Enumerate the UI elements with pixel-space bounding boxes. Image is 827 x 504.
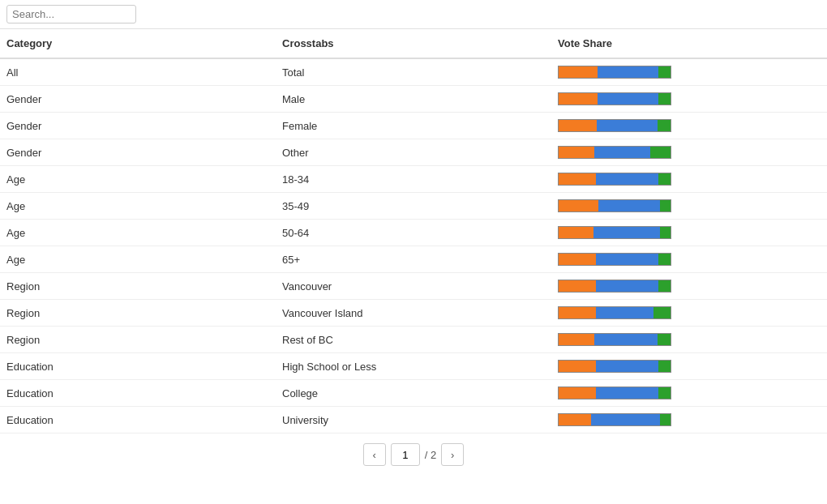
- bar-segment-blue: [594, 334, 658, 345]
- bar-segment-blue: [596, 387, 658, 399]
- bar-segment-orange: [559, 173, 596, 185]
- cell-crosstab: University: [276, 407, 551, 434]
- cell-crosstab: 65+: [276, 246, 551, 273]
- bar-segment-green: [658, 334, 671, 345]
- bar-segment-orange: [559, 414, 591, 425]
- next-button[interactable]: ›: [441, 443, 464, 466]
- table-row: EducationCollege: [0, 380, 827, 407]
- table-row: GenderOther: [0, 139, 827, 166]
- table-row: Age50-64: [0, 220, 827, 246]
- bar-segment-orange: [559, 120, 597, 131]
- table-row: RegionRest of BC: [0, 327, 827, 353]
- bar-segment-green: [650, 147, 671, 158]
- cell-crosstab: Male: [276, 86, 551, 113]
- vote-share-bar: [558, 119, 671, 132]
- pagination: ‹ / 2 ›: [0, 434, 827, 476]
- bar-segment-green: [658, 93, 671, 105]
- bar-segment-blue: [598, 200, 660, 211]
- table-row: GenderFemale: [0, 113, 827, 139]
- bar-segment-orange: [559, 387, 596, 399]
- cell-crosstab: Female: [276, 113, 551, 139]
- cell-voteshare: [551, 220, 827, 246]
- bar-segment-orange: [559, 254, 596, 265]
- page-total: / 2: [425, 449, 436, 461]
- cell-voteshare: [551, 113, 827, 139]
- vote-share-bar: [558, 333, 671, 346]
- vote-share-bar: [558, 226, 671, 239]
- table-row: RegionVancouver Island: [0, 300, 827, 327]
- page-input[interactable]: [391, 443, 420, 466]
- cell-category: Education: [0, 380, 276, 407]
- bar-segment-blue: [596, 307, 653, 318]
- cell-crosstab: Vancouver Island: [276, 300, 551, 327]
- vote-share-bar: [558, 146, 671, 159]
- bar-segment-orange: [559, 66, 598, 78]
- cell-category: Gender: [0, 113, 276, 139]
- cell-voteshare: [551, 86, 827, 113]
- bar-segment-green: [658, 173, 671, 185]
- cell-crosstab: 18-34: [276, 166, 551, 193]
- cell-category: Region: [0, 273, 276, 300]
- table-row: Age65+: [0, 246, 827, 273]
- table-row: Age35-49: [0, 193, 827, 220]
- vote-share-bar: [558, 280, 671, 293]
- bar-segment-orange: [559, 280, 596, 292]
- bar-segment-green: [660, 200, 671, 211]
- table-row: RegionVancouver: [0, 273, 827, 300]
- bar-segment-blue: [596, 361, 658, 372]
- search-container: [0, 0, 827, 29]
- cell-category: Education: [0, 353, 276, 380]
- cell-voteshare: [551, 166, 827, 193]
- vote-share-bar: [558, 199, 671, 212]
- bar-segment-orange: [559, 147, 594, 158]
- vote-share-bar: [558, 92, 671, 105]
- cell-voteshare: [551, 139, 827, 166]
- bar-segment-orange: [559, 334, 594, 345]
- bar-segment-blue: [597, 120, 658, 131]
- bar-segment-orange: [559, 361, 596, 372]
- cell-voteshare: [551, 353, 827, 380]
- bar-segment-orange: [559, 227, 593, 238]
- cell-category: Age: [0, 246, 276, 273]
- table-row: EducationUniversity: [0, 407, 827, 434]
- bar-segment-blue: [598, 93, 658, 105]
- bar-segment-orange: [559, 93, 598, 105]
- prev-button[interactable]: ‹: [363, 443, 386, 466]
- bar-segment-green: [658, 387, 671, 399]
- bar-segment-orange: [559, 307, 596, 318]
- search-input[interactable]: [6, 5, 136, 23]
- cell-voteshare: [551, 273, 827, 300]
- cell-category: Age: [0, 193, 276, 220]
- bar-segment-blue: [591, 414, 659, 425]
- header-category: Category: [0, 29, 276, 58]
- cell-crosstab: 50-64: [276, 220, 551, 246]
- vote-share-bar: [558, 253, 671, 266]
- vote-share-bar: [558, 173, 671, 186]
- vote-share-bar: [558, 306, 671, 319]
- cell-crosstab: College: [276, 380, 551, 407]
- cell-voteshare: [551, 407, 827, 434]
- cell-crosstab: Rest of BC: [276, 327, 551, 353]
- bar-segment-green: [658, 280, 671, 292]
- bar-segment-green: [660, 414, 671, 425]
- bar-segment-blue: [596, 173, 658, 185]
- cell-voteshare: [551, 380, 827, 407]
- cell-category: Region: [0, 300, 276, 327]
- cell-voteshare: [551, 300, 827, 327]
- cell-voteshare: [551, 246, 827, 273]
- bar-segment-blue: [596, 254, 658, 265]
- cell-category: All: [0, 58, 276, 86]
- bar-segment-green: [658, 66, 671, 78]
- bar-segment-blue: [598, 66, 658, 78]
- data-table: Category Crosstabs Vote Share AllTotalGe…: [0, 29, 827, 434]
- bar-segment-blue: [594, 147, 650, 158]
- cell-category: Region: [0, 327, 276, 353]
- cell-crosstab: 35-49: [276, 193, 551, 220]
- bar-segment-green: [660, 227, 671, 238]
- cell-voteshare: [551, 327, 827, 353]
- cell-crosstab: Other: [276, 139, 551, 166]
- bar-segment-green: [658, 361, 671, 372]
- vote-share-bar: [558, 360, 671, 373]
- bar-segment-green: [658, 120, 671, 131]
- cell-voteshare: [551, 193, 827, 220]
